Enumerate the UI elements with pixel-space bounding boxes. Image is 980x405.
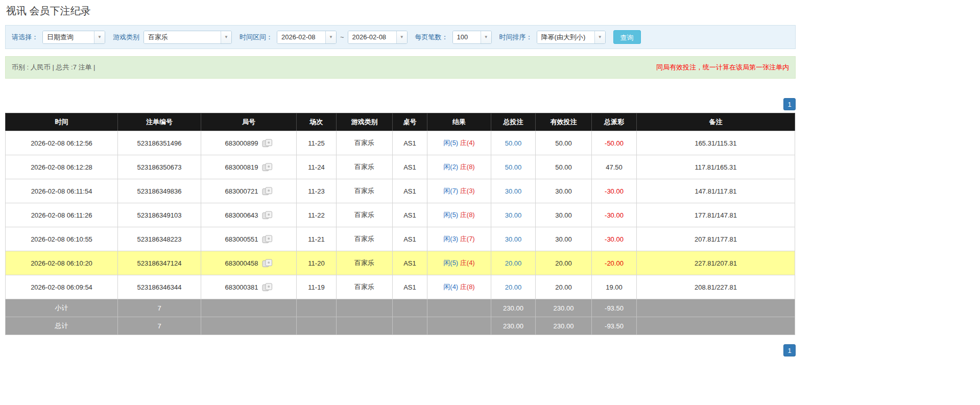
chevron-down-icon[interactable]: ▼ <box>325 31 336 43</box>
total-bet-cell: 20.00 <box>491 251 536 275</box>
chevron-down-icon[interactable]: ▼ <box>594 31 605 43</box>
table-row: 2026-02-08 06:11:26 523186349103 6830006… <box>6 203 795 227</box>
session-cell: 11-19 <box>297 275 337 299</box>
page-container: 视讯 会员下注纪录 请选择： ▼ 游戏类别 ▼ 时间区间： ▼ ~ ▼ 每页笔数… <box>5 4 796 356</box>
subtotal-payout: -93.50 <box>592 299 637 317</box>
note-cell: 208.81/227.81 <box>637 275 795 299</box>
total-bet-link[interactable]: 20.00 <box>505 283 522 291</box>
round-detail-cards-icon[interactable] <box>262 283 273 292</box>
header-total-bet: 总投注 <box>491 113 536 131</box>
table-no-cell: AS1 <box>393 155 427 179</box>
total-bet-link[interactable]: 30.00 <box>505 187 522 195</box>
round-id-cell: 683000721 <box>201 179 297 203</box>
time-cell: 2026-02-08 06:11:54 <box>6 179 118 203</box>
subtotal-label: 小计 <box>6 299 118 317</box>
game-type-cell: 百家乐 <box>337 131 393 155</box>
total-bet-cell: 30.00 <box>491 203 536 227</box>
total-bet-link[interactable]: 20.00 <box>505 259 522 267</box>
payout-cell: -30.00 <box>592 179 637 203</box>
note-cell: 177.81/147.81 <box>637 203 795 227</box>
summary-bar: 币别 : 人民币 | 总共 :7 注单 | 同局有效投注，统一计算在该局第一张注… <box>5 56 796 79</box>
page-size-input[interactable] <box>453 31 481 43</box>
total-bet-link[interactable]: 30.00 <box>505 211 522 219</box>
page-size-label: 每页笔数： <box>415 33 448 42</box>
result-player: 闲(2) <box>443 163 458 171</box>
valid-bet-cell: 50.00 <box>536 155 592 179</box>
total-bet-cell: 50.00 <box>491 155 536 179</box>
date-from-input[interactable] <box>277 31 325 43</box>
session-cell: 11-24 <box>297 155 337 179</box>
empty-cell <box>637 299 795 317</box>
query-type-input[interactable] <box>43 31 94 43</box>
round-detail-cards-icon[interactable] <box>262 139 273 148</box>
note-cell: 227.81/207.81 <box>637 251 795 275</box>
subtotal-valid-bet: 230.00 <box>536 299 592 317</box>
payout-cell: -50.00 <box>592 131 637 155</box>
result-cell: 闲(4) 庄(8) <box>427 275 491 299</box>
table-body: 2026-02-08 06:12:56 523186351496 6830008… <box>6 131 795 299</box>
result-cell: 闲(3) 庄(7) <box>427 227 491 251</box>
sort-order-input[interactable] <box>537 31 594 43</box>
round-detail-cards-icon[interactable] <box>262 259 273 268</box>
empty-cell <box>637 317 795 335</box>
search-button[interactable]: 查询 <box>613 30 641 44</box>
bets-table: 时间 注单编号 局号 场次 游戏类别 桌号 结果 总投注 有效投注 总派彩 备注… <box>5 113 795 335</box>
result-cell: 闲(2) 庄(8) <box>427 155 491 179</box>
chevron-down-icon[interactable]: ▼ <box>221 31 231 43</box>
payout-cell: 19.00 <box>592 275 637 299</box>
game-type-cell: 百家乐 <box>337 251 393 275</box>
result-cell: 闲(5) 庄(4) <box>427 131 491 155</box>
note-cell: 147.81/117.81 <box>637 179 795 203</box>
chevron-down-icon[interactable]: ▼ <box>396 31 407 43</box>
total-bet-link[interactable]: 50.00 <box>505 163 522 171</box>
total-bet-link[interactable]: 30.00 <box>505 235 522 243</box>
result-player: 闲(5) <box>443 211 458 219</box>
empty-cell <box>201 317 297 335</box>
time-cell: 2026-02-08 06:09:54 <box>6 275 118 299</box>
round-id-cell: 683000819 <box>201 155 297 179</box>
round-detail-cards-icon[interactable] <box>262 187 273 196</box>
total-valid-bet: 230.00 <box>536 317 592 335</box>
date-to-input[interactable] <box>348 31 396 43</box>
round-detail-cards-icon[interactable] <box>262 235 273 244</box>
round-id-value: 683000643 <box>225 211 258 219</box>
page-size-select: ▼ <box>452 31 492 44</box>
table-row: 2026-02-08 06:10:20 523186347124 6830004… <box>6 251 795 275</box>
bet-id-cell: 523186350673 <box>118 155 201 179</box>
total-payout: -93.50 <box>592 317 637 335</box>
time-cell: 2026-02-08 06:10:20 <box>6 251 118 275</box>
result-player: 闲(3) <box>443 235 458 243</box>
game-type-select: ▼ <box>144 31 232 44</box>
result-player: 闲(5) <box>443 259 458 267</box>
date-to-picker: ▼ <box>348 31 408 44</box>
game-type-cell: 百家乐 <box>337 155 393 179</box>
page-1-button[interactable]: 1 <box>783 344 796 356</box>
page-1-button[interactable]: 1 <box>783 98 796 110</box>
total-row: 总计 7 230.00 230.00 -93.50 <box>6 317 795 335</box>
chevron-down-icon[interactable]: ▼ <box>481 31 491 43</box>
total-count: 7 <box>118 317 201 335</box>
bet-id-cell: 523186349836 <box>118 179 201 203</box>
round-detail-cards-icon[interactable] <box>262 211 273 220</box>
total-bet-cell: 30.00 <box>491 179 536 203</box>
round-detail-cards-icon[interactable] <box>262 163 273 172</box>
valid-bet-notice: 同局有效投注，统一计算在该局第一张注单内 <box>656 63 789 72</box>
round-id-value: 683000721 <box>225 187 258 195</box>
subtotal-total-bet: 230.00 <box>491 299 536 317</box>
chevron-down-icon[interactable]: ▼ <box>94 31 105 43</box>
total-bet-cell: 50.00 <box>491 131 536 155</box>
note-cell: 165.31/115.31 <box>637 131 795 155</box>
time-cell: 2026-02-08 06:12:56 <box>6 131 118 155</box>
empty-cell <box>427 317 491 335</box>
round-id-cell: 683000551 <box>201 227 297 251</box>
table-row: 2026-02-08 06:12:28 523186350673 6830008… <box>6 155 795 179</box>
header-note: 备注 <box>637 113 795 131</box>
result-banker: 庄(8) <box>460 211 475 219</box>
header-payout: 总派彩 <box>592 113 637 131</box>
sort-order-select: ▼ <box>537 31 606 44</box>
total-bet-link[interactable]: 50.00 <box>505 139 522 147</box>
session-cell: 11-20 <box>297 251 337 275</box>
table-row: 2026-02-08 06:12:56 523186351496 6830008… <box>6 131 795 155</box>
game-type-input[interactable] <box>144 31 221 43</box>
page-title: 视讯 会员下注纪录 <box>6 4 796 18</box>
